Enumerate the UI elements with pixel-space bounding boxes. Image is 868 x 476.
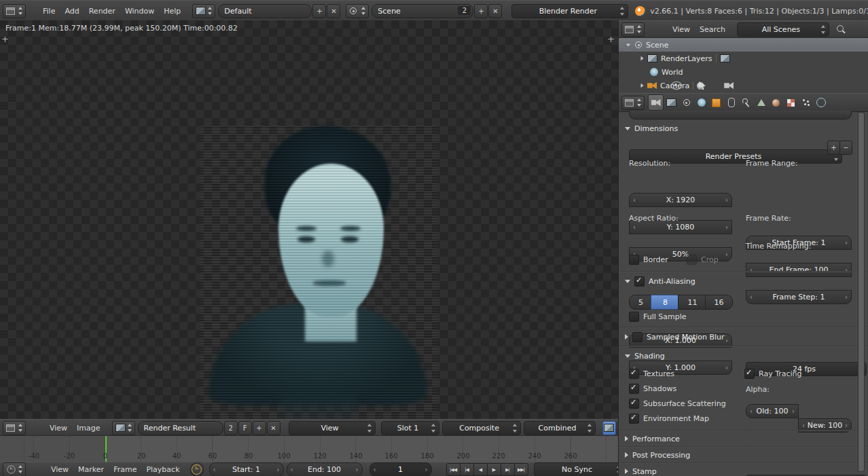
- unlink-image-button[interactable]: ✕: [267, 421, 281, 435]
- delete-scene-button[interactable]: ✕: [488, 4, 502, 18]
- shadows-row[interactable]: Shadows: [629, 384, 676, 394]
- properties-tab-material[interactable]: [769, 95, 783, 110]
- menu-help[interactable]: Help: [159, 7, 185, 16]
- properties-tab-render[interactable]: [648, 94, 664, 111]
- properties-tab-scene[interactable]: [679, 95, 693, 110]
- remap-old-field[interactable]: Old: 100: [746, 404, 799, 418]
- ray-tracing-row[interactable]: Ray Tracing: [744, 369, 802, 379]
- crop-checkbox-row[interactable]: Crop: [687, 255, 719, 265]
- properties-tab-world[interactable]: [694, 95, 708, 110]
- samples-11-button[interactable]: 11: [678, 295, 707, 310]
- frame-step-field[interactable]: Frame Step: 1: [746, 290, 852, 304]
- properties-tab-object[interactable]: [709, 95, 723, 110]
- properties-tab-constraints[interactable]: [724, 95, 738, 110]
- menu-view[interactable]: View: [45, 424, 72, 433]
- screen-browse-button[interactable]: [192, 4, 215, 18]
- editor-type-button-info[interactable]: [3, 4, 26, 18]
- environment-map-row[interactable]: Environment Map: [629, 414, 709, 424]
- add-scene-button[interactable]: +: [474, 4, 488, 18]
- end-frame-field[interactable]: End: 100: [287, 462, 363, 476]
- editor-type-button-timeline[interactable]: [3, 462, 26, 476]
- outliner-row-world[interactable]: World: [619, 65, 868, 79]
- outliner-row-renderlayers[interactable]: RenderLayers: [619, 52, 868, 65]
- scene-browse-button[interactable]: [346, 4, 369, 18]
- add-preset-button[interactable]: +: [827, 141, 840, 155]
- jump-next-keyframe-button[interactable]: ▶|: [501, 463, 515, 476]
- panel-header-post-processing[interactable]: Post Processing: [619, 447, 859, 462]
- border-checkbox-row[interactable]: Border: [629, 255, 668, 265]
- jump-to-start-button[interactable]: |◀◀: [446, 463, 460, 476]
- full-sample-row[interactable]: Full Sample: [629, 312, 687, 322]
- ray-tracing-checkbox[interactable]: [744, 369, 755, 379]
- properties-scrollbar[interactable]: [858, 112, 865, 472]
- crop-checkbox[interactable]: [687, 255, 697, 265]
- shadows-checkbox[interactable]: [629, 384, 639, 394]
- samples-5-button[interactable]: 5: [629, 295, 653, 310]
- full-sample-checkbox[interactable]: [629, 312, 639, 322]
- remove-preset-button[interactable]: −: [839, 141, 852, 155]
- properties-tab-modifiers[interactable]: [739, 95, 753, 110]
- fake-user-button[interactable]: F: [238, 421, 252, 435]
- menu-render[interactable]: Render: [84, 7, 120, 16]
- environment-map-checkbox[interactable]: [629, 414, 639, 424]
- screen-layout-field[interactable]: Default: [218, 4, 312, 18]
- menu-add[interactable]: Add: [60, 7, 84, 16]
- editor-type-button-image[interactable]: [3, 421, 26, 435]
- textures-checkbox[interactable]: [629, 369, 639, 379]
- panel-header-shading[interactable]: Shading: [619, 348, 859, 363]
- delete-screen-button[interactable]: ✕: [327, 4, 340, 18]
- editor-type-button-properties[interactable]: [621, 96, 645, 110]
- properties-tab-texture[interactable]: [784, 95, 798, 110]
- render-slot-select[interactable]: Slot 1: [381, 421, 439, 435]
- menu-view[interactable]: View: [668, 25, 695, 34]
- region-split-left-icon[interactable]: +: [1, 35, 9, 43]
- menu-marker[interactable]: Marker: [73, 465, 109, 474]
- properties-tab-render-layers[interactable]: [664, 95, 679, 110]
- render-pass-select[interactable]: Combined: [524, 421, 596, 435]
- sync-mode-select[interactable]: No Sync: [534, 462, 625, 476]
- search-icon[interactable]: [836, 24, 846, 34]
- panel-header-performance[interactable]: Performance: [619, 431, 859, 446]
- menu-image[interactable]: Image: [72, 424, 105, 433]
- resolution-x-field[interactable]: X: 1920: [629, 193, 732, 207]
- outliner-scope-select[interactable]: All Scenes: [737, 22, 829, 37]
- anti-aliasing-checkbox[interactable]: [634, 276, 645, 287]
- image-browse-button[interactable]: [112, 421, 135, 435]
- menu-view[interactable]: View: [46, 465, 73, 474]
- image-name-field[interactable]: Render Result: [138, 421, 223, 435]
- subsurface-checkbox[interactable]: [629, 399, 639, 409]
- preview-range-toggle[interactable]: [190, 462, 204, 476]
- samples-8-button[interactable]: 8: [651, 295, 680, 310]
- outliner-item-label[interactable]: Scene: [646, 41, 669, 50]
- current-frame-field[interactable]: 1: [369, 462, 432, 476]
- start-frame-field[interactable]: Start: 1: [209, 462, 284, 476]
- clipped-scrolled-field[interactable]: [629, 111, 852, 120]
- scene-users-badge[interactable]: 2: [458, 6, 471, 15]
- panel-header-anti-aliasing[interactable]: Anti-Aliasing: [619, 274, 859, 289]
- expand-icon[interactable]: [641, 56, 644, 60]
- render-engine-select[interactable]: Blender Render: [511, 4, 628, 18]
- scene-name-field[interactable]: Scene 2: [372, 4, 473, 18]
- jump-to-end-button[interactable]: ▶▶|: [514, 463, 528, 476]
- panel-header-dimensions[interactable]: Dimensions: [619, 122, 859, 135]
- add-screen-button[interactable]: +: [312, 4, 326, 18]
- properties-tab-physics[interactable]: [814, 95, 828, 110]
- subsurface-row[interactable]: Subsurface Scattering: [629, 399, 726, 409]
- menu-file[interactable]: File: [38, 7, 60, 16]
- editor-type-button-outliner[interactable]: [621, 22, 645, 37]
- samples-16-button[interactable]: 16: [705, 295, 733, 310]
- menu-frame[interactable]: Frame: [109, 465, 141, 474]
- motion-blur-checkbox[interactable]: [632, 332, 643, 342]
- collapse-icon[interactable]: [626, 43, 630, 46]
- properties-tab-object-data[interactable]: [754, 95, 768, 110]
- textures-row[interactable]: Textures: [629, 369, 674, 379]
- outliner-item-label[interactable]: RenderLayers: [661, 54, 712, 63]
- properties-tab-particles[interactable]: [799, 95, 813, 110]
- draw-image-toggle[interactable]: [602, 421, 616, 435]
- jump-prev-keyframe-button[interactable]: |◀: [460, 463, 474, 476]
- render-layer-select[interactable]: Composite: [442, 421, 521, 435]
- play-button[interactable]: ▶: [487, 463, 501, 476]
- restrict-render-camera-icon[interactable]: [724, 82, 734, 90]
- image-editor-viewport[interactable]: Frame:1 Mem:18.77M (23.99M, peak 150.20M…: [0, 20, 618, 419]
- image-users-button[interactable]: 2: [224, 421, 238, 435]
